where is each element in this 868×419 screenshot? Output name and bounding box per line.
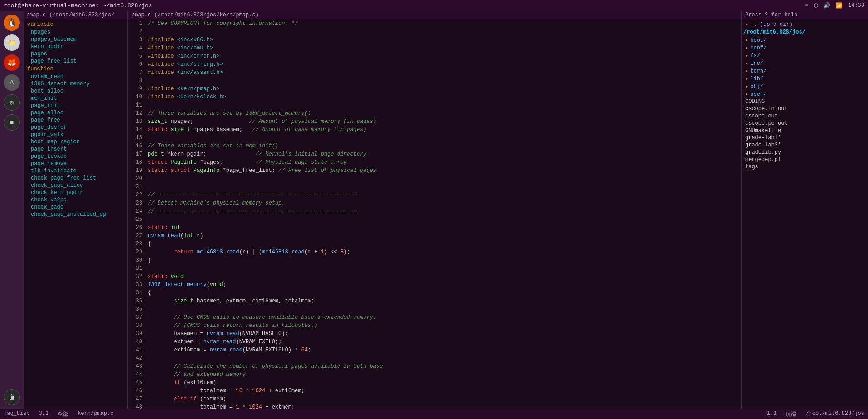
code-line-6[interactable]: 6#include <inc/string.h>	[128, 60, 741, 68]
tag-item-npages[interactable]: npages	[24, 29, 127, 36]
code-line-28[interactable]: 28{	[128, 240, 741, 248]
code-line-14[interactable]: 14static size_t npages_basemem; // Amoun…	[128, 126, 741, 134]
file-item-cscope-out[interactable]: cscope.out	[742, 112, 868, 120]
file-item-user[interactable]: ▸user/	[742, 90, 868, 98]
code-line-22[interactable]: 22// -----------------------------------…	[128, 191, 741, 199]
code-line-42[interactable]: 42	[128, 354, 741, 362]
code-line-33[interactable]: 33i386_detect_memory(void)	[128, 281, 741, 289]
file-item-coding[interactable]: CODING	[742, 98, 868, 105]
code-line-34[interactable]: 34{	[128, 289, 741, 297]
file-item-tags[interactable]: tags	[742, 163, 868, 171]
tag-item-page-insert[interactable]: page_insert	[24, 146, 127, 153]
file-item-boot[interactable]: ▸boot/	[742, 36, 868, 44]
file-item-mergedep[interactable]: mergedep.pl	[742, 156, 868, 163]
terminal-icon[interactable]: ■	[4, 114, 20, 131]
code-line-3[interactable]: 3#include <inc/x86.h>	[128, 36, 741, 44]
file-item-lib[interactable]: ▸lib/	[742, 75, 868, 83]
file-up-dir[interactable]: ▸ .. (up a dir)	[742, 20, 868, 28]
file-item-conf[interactable]: ▸conf/	[742, 44, 868, 52]
code-line-17[interactable]: 17pde_t *kern_pgdir; // Kernel's initial…	[128, 150, 741, 158]
firefox-icon[interactable]: 🦊	[4, 54, 20, 71]
tag-panel-content[interactable]: variable npages npages_basemem kern_pgdi…	[24, 19, 127, 409]
code-line-12[interactable]: 12// These variables are set by i386_det…	[128, 109, 741, 117]
tag-item-check-va2pa[interactable]: check_va2pa	[24, 196, 127, 204]
code-line-35[interactable]: 35 size_t basemem, extmem, ext16mem, tot…	[128, 297, 741, 305]
tag-item-nvram-read[interactable]: nvram_read	[24, 73, 127, 80]
file-item-cscope-in-out[interactable]: cscope.in.out	[742, 105, 868, 112]
file-item-fs[interactable]: ▸fs/	[742, 52, 868, 59]
tag-item-page-remove[interactable]: page_remove	[24, 160, 127, 167]
tag-item-check-kern-pgdir[interactable]: check_kern_pgdir	[24, 189, 127, 196]
tag-item-kern-pgdir[interactable]: kern_pgdir	[24, 43, 127, 50]
file-item-kern[interactable]: ▸kern/	[742, 67, 868, 75]
code-line-38[interactable]: 38 // (CMOS calls return results in kilo…	[128, 322, 741, 330]
tag-item-page-decref[interactable]: page_decref	[24, 124, 127, 131]
tag-item-page-init[interactable]: page_init	[24, 102, 127, 109]
code-line-23[interactable]: 23// Detect machine's physical memory se…	[128, 199, 741, 207]
trash-icon[interactable]: 🗑	[4, 389, 20, 405]
file-item-gnumakefile[interactable]: GNUmakefile	[742, 127, 868, 134]
code-line-8[interactable]: 8	[128, 77, 741, 85]
tag-item-check-page-free-list[interactable]: check_page_free_list	[24, 175, 127, 182]
code-line-11[interactable]: 11	[128, 101, 741, 109]
code-line-39[interactable]: 39 basemem = nvram_read(NVRAM_BASELO);	[128, 330, 741, 338]
tag-item-page-lookup[interactable]: page_lookup	[24, 153, 127, 160]
code-line-21[interactable]: 21	[128, 183, 741, 191]
code-line-4[interactable]: 4#include <inc/mmu.h>	[128, 44, 741, 52]
code-line-10[interactable]: 10#include <kern/kclock.h>	[128, 93, 741, 101]
tag-item-pgdir-walk[interactable]: pgdir_walk	[24, 131, 127, 138]
code-line-19[interactable]: 19static struct PageInfo *page_free_list…	[128, 166, 741, 175]
file-item-cscope-po-out[interactable]: cscope.po.out	[742, 120, 868, 127]
code-line-20[interactable]: 20	[128, 175, 741, 183]
code-line-45[interactable]: 45 if (ext16mem)	[128, 379, 741, 387]
code-line-29[interactable]: 29 return mc146818_read(r) | (mc146818_r…	[128, 248, 741, 256]
code-line-15[interactable]: 15	[128, 134, 741, 142]
code-line-31[interactable]: 31	[128, 264, 741, 273]
code-line-43[interactable]: 43 // Calculate the number of physical p…	[128, 362, 741, 370]
code-line-16[interactable]: 16// These variables are set in mem_init…	[128, 142, 741, 150]
tag-item-check-page-installed[interactable]: check_page_installed_pg	[24, 211, 127, 218]
file-panel-content[interactable]: ▸ .. (up a dir) /root/mit6.828/jos/ ▸boo…	[742, 19, 868, 409]
code-line-41[interactable]: 41 ext16mem = nvram_read(NVRAM_EXT16LO) …	[128, 346, 741, 354]
code-content[interactable]: 1/* See COPYRIGHT for copyright informat…	[128, 19, 741, 409]
tag-item-check-page[interactable]: check_page	[24, 204, 127, 211]
code-line-24[interactable]: 24// -----------------------------------…	[128, 207, 741, 215]
code-line-37[interactable]: 37 // Use CMOS calls to measure availabl…	[128, 313, 741, 322]
file-item-gradelib[interactable]: gradelib.py	[742, 149, 868, 156]
tag-item-mem-init[interactable]: mem_init	[24, 95, 127, 102]
tag-item-boot-map-region[interactable]: boot_map_region	[24, 138, 127, 146]
tag-item-page-alloc[interactable]: page_alloc	[24, 109, 127, 117]
code-line-5[interactable]: 5#include <inc/error.h>	[128, 52, 741, 60]
code-line-44[interactable]: 44 // and extended memory.	[128, 370, 741, 379]
tag-item-i386-detect-memory[interactable]: i386_detect_memory	[24, 80, 127, 88]
code-line-26[interactable]: 26static int	[128, 224, 741, 232]
code-line-9[interactable]: 9#include <kern/pmap.h>	[128, 85, 741, 93]
tag-item-page-free[interactable]: page_free	[24, 117, 127, 124]
app-icon[interactable]: A	[4, 74, 20, 91]
file-item-grade-lab2[interactable]: grade-lab2*	[742, 141, 868, 149]
code-line-7[interactable]: 7#include <inc/assert.h>	[128, 68, 741, 77]
code-line-30[interactable]: 30}	[128, 256, 741, 264]
file-item-grade-lab1[interactable]: grade-lab1*	[742, 134, 868, 141]
tag-item-page-free-list[interactable]: page_free_list	[24, 58, 127, 65]
file-item-inc[interactable]: ▸inc/	[742, 59, 868, 67]
code-line-46[interactable]: 46 totalmem = 16 * 1024 + ext16mem;	[128, 387, 741, 395]
code-line-18[interactable]: 18struct PageInfo *pages; // Physical pa…	[128, 158, 741, 166]
tag-item-check-page-alloc[interactable]: check_page_alloc	[24, 182, 127, 189]
code-line-47[interactable]: 47 else if (extmem)	[128, 395, 741, 403]
code-line-1[interactable]: 1/* See COPYRIGHT for copyright informat…	[128, 19, 741, 28]
tag-item-npages-basemem[interactable]: npages_basemem	[24, 36, 127, 43]
tag-item-tlb-invalidate[interactable]: tlb_invalidate	[24, 167, 127, 175]
tag-item-pages[interactable]: pages	[24, 50, 127, 58]
files-icon[interactable]: 📁	[4, 34, 20, 51]
code-line-13[interactable]: 13size_t npages; // Amount of physical m…	[128, 117, 741, 126]
code-line-25[interactable]: 25	[128, 215, 741, 224]
code-line-2[interactable]: 2	[128, 28, 741, 36]
tag-item-boot-alloc[interactable]: boot_alloc	[24, 88, 127, 95]
ubuntu-icon[interactable]: 🐧	[4, 15, 20, 31]
code-line-48[interactable]: 48 totalmem = 1 * 1024 + extmem;	[128, 403, 741, 409]
code-line-32[interactable]: 32static void	[128, 273, 741, 281]
code-line-27[interactable]: 27nvram_read(int r)	[128, 232, 741, 240]
file-item-obj[interactable]: ▸obj/	[742, 83, 868, 90]
settings-icon[interactable]: ⚙	[4, 94, 20, 111]
